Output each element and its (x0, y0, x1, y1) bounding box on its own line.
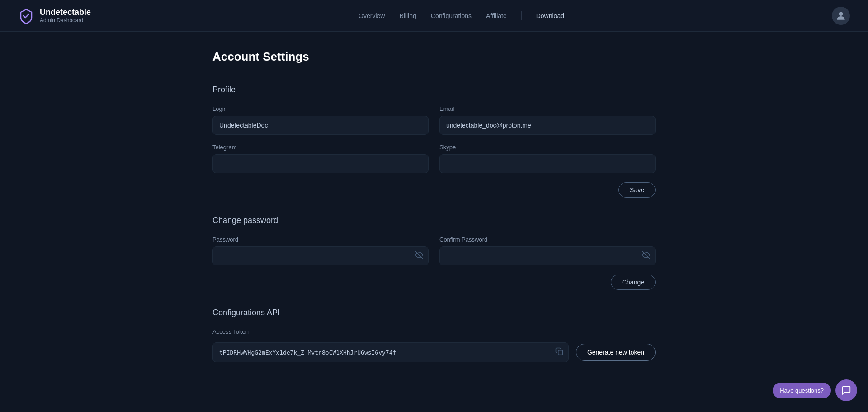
profile-section: Profile Login Email Telegram Skype Save (212, 85, 656, 198)
page-title: Account Settings (212, 50, 656, 64)
skype-group: Skype (439, 144, 656, 173)
login-input[interactable] (212, 116, 429, 135)
skype-input[interactable] (439, 154, 656, 173)
nav-affiliate[interactable]: Affiliate (486, 12, 507, 19)
chat-button[interactable] (835, 379, 857, 401)
logo-subtitle: Admin Dashboard (40, 17, 91, 24)
generate-token-button[interactable]: Generate new token (576, 344, 656, 361)
confirm-password-input[interactable] (439, 246, 656, 265)
save-btn-row: Save (212, 182, 656, 198)
password-eye-icon[interactable] (415, 251, 423, 261)
copy-icon[interactable] (555, 347, 563, 357)
email-group: Email (439, 105, 656, 135)
main-content: Account Settings Profile Login Email Tel… (203, 32, 665, 380)
main-nav: Overview Billing Configurations Affiliat… (359, 11, 564, 20)
password-row: Password Confirm Password (212, 236, 656, 265)
change-button[interactable]: Change (611, 275, 656, 290)
profile-section-title: Profile (212, 85, 656, 95)
chat-bubble[interactable]: Have questions? (773, 383, 831, 398)
access-token-label: Access Token (212, 328, 656, 335)
access-token-input[interactable] (212, 342, 569, 362)
telegram-label: Telegram (212, 144, 429, 151)
svg-rect-3 (558, 350, 563, 355)
skype-label: Skype (439, 144, 656, 151)
logo-title: Undetectable (40, 8, 91, 18)
page-divider (212, 71, 656, 71)
change-btn-row: Change (212, 275, 656, 290)
nav-overview[interactable]: Overview (359, 12, 385, 19)
telegram-input[interactable] (212, 154, 429, 173)
password-group: Password (212, 236, 429, 265)
change-password-title: Change password (212, 216, 656, 225)
token-input-wrapper (212, 342, 569, 362)
email-label: Email (439, 105, 656, 112)
password-label: Password (212, 236, 429, 243)
logo-icon (18, 8, 34, 24)
avatar[interactable] (832, 7, 850, 25)
confirm-password-group: Confirm Password (439, 236, 656, 265)
password-input[interactable] (212, 246, 429, 265)
email-input[interactable] (439, 116, 656, 135)
login-label: Login (212, 105, 429, 112)
confirm-eye-icon[interactable] (642, 251, 650, 261)
logo-area: Undetectable Admin Dashboard (18, 8, 91, 24)
nav-download[interactable]: Download (536, 12, 564, 19)
nav-billing[interactable]: Billing (399, 12, 416, 19)
change-password-section: Change password Password Confirm Pa (212, 216, 656, 290)
configurations-api-section: Configurations API Access Token Generate… (212, 308, 656, 362)
save-button[interactable]: Save (618, 182, 656, 198)
profile-row-1: Login Email (212, 105, 656, 135)
nav-configurations[interactable]: Configurations (431, 12, 472, 19)
access-token-group: Access Token Generate new token (212, 328, 656, 362)
password-wrapper (212, 246, 429, 265)
svg-point-0 (839, 12, 843, 16)
header: Undetectable Admin Dashboard Overview Bi… (0, 0, 868, 32)
login-group: Login (212, 105, 429, 135)
confirm-password-wrapper (439, 246, 656, 265)
chat-widget: Have questions? (773, 379, 857, 401)
telegram-group: Telegram (212, 144, 429, 173)
token-row: Generate new token (212, 342, 656, 362)
profile-row-2: Telegram Skype (212, 144, 656, 173)
logo-text: Undetectable Admin Dashboard (40, 8, 91, 24)
nav-divider (521, 11, 522, 20)
chat-icon (841, 385, 851, 395)
configurations-api-title: Configurations API (212, 308, 656, 317)
confirm-password-label: Confirm Password (439, 236, 656, 243)
